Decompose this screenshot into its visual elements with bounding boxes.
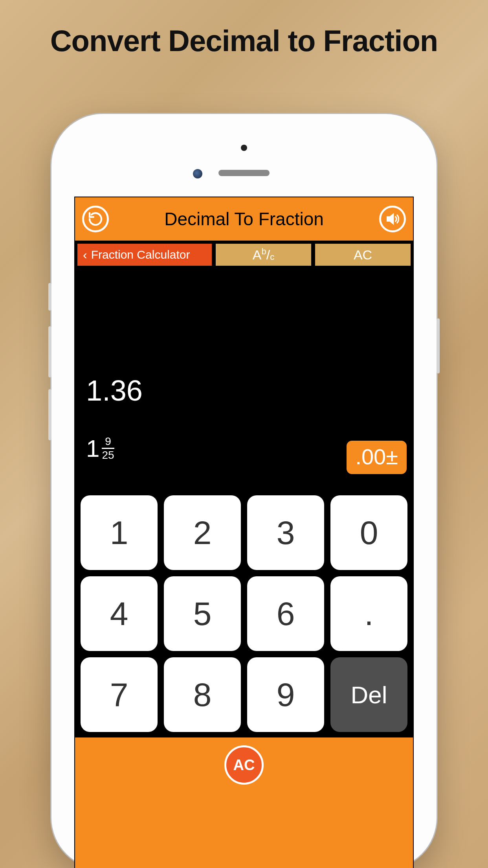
phone-frame: Decimal To Fraction ‹ Fraction Calculato…	[51, 114, 437, 868]
ac-bottom-button[interactable]: AC	[224, 745, 264, 785]
volume-down-button	[48, 389, 51, 440]
mode-c: c	[270, 252, 274, 262]
power-button	[437, 318, 440, 373]
header-title: Decimal To Fraction	[164, 208, 324, 230]
fraction-denominator: 25	[102, 450, 114, 461]
fraction-mode-button[interactable]: Ab/c	[216, 244, 311, 266]
back-fraction-calculator-button[interactable]: ‹ Fraction Calculator	[77, 244, 212, 266]
screen: Decimal To Fraction ‹ Fraction Calculato…	[74, 197, 414, 868]
app-header: Decimal To Fraction	[75, 197, 413, 241]
fraction-stack: 9 25	[102, 436, 114, 461]
mode-b: b	[262, 246, 266, 257]
display-area: 1.36 1 9 25 .00±	[75, 270, 413, 490]
sub-nav: ‹ Fraction Calculator Ab/c AC	[75, 241, 413, 270]
keypad: 1 2 3 0 4 5 6 . 7 8 9 Del	[75, 490, 413, 737]
key-0[interactable]: 0	[330, 495, 407, 570]
key-1[interactable]: 1	[81, 495, 158, 570]
refresh-button[interactable]	[82, 206, 109, 232]
back-label: Fraction Calculator	[91, 248, 190, 261]
key-2[interactable]: 2	[164, 495, 241, 570]
proximity-sensor-dot	[241, 145, 247, 151]
key-3[interactable]: 3	[247, 495, 324, 570]
precision-button[interactable]: .00±	[347, 441, 407, 474]
key-4[interactable]: 4	[81, 576, 158, 651]
svg-marker-0	[387, 214, 393, 223]
fraction-whole: 1	[86, 434, 99, 462]
key-dot[interactable]: .	[330, 576, 407, 651]
marketing-title: Convert Decimal to Fraction	[0, 24, 488, 58]
refresh-icon	[88, 211, 103, 227]
fraction-value: 1 9 25	[86, 434, 114, 462]
mute-switch	[48, 283, 51, 311]
key-8[interactable]: 8	[164, 657, 241, 732]
mode-slash: /	[266, 247, 270, 263]
mode-A: A	[253, 247, 262, 263]
speaker-icon	[385, 211, 400, 227]
bottom-bar: AC	[75, 737, 413, 868]
chevron-left-icon: ‹	[83, 248, 87, 262]
key-5[interactable]: 5	[164, 576, 241, 651]
decimal-value: 1.36	[86, 374, 143, 407]
ac-top-button[interactable]: AC	[315, 244, 411, 266]
fraction-numerator: 9	[105, 436, 111, 447]
ac-top-label: AC	[354, 247, 372, 263]
key-6[interactable]: 6	[247, 576, 324, 651]
volume-up-button	[48, 326, 51, 377]
sound-button[interactable]	[379, 206, 406, 232]
key-7[interactable]: 7	[81, 657, 158, 732]
key-del[interactable]: Del	[330, 657, 407, 732]
key-9[interactable]: 9	[247, 657, 324, 732]
ac-bottom-label: AC	[233, 757, 255, 774]
